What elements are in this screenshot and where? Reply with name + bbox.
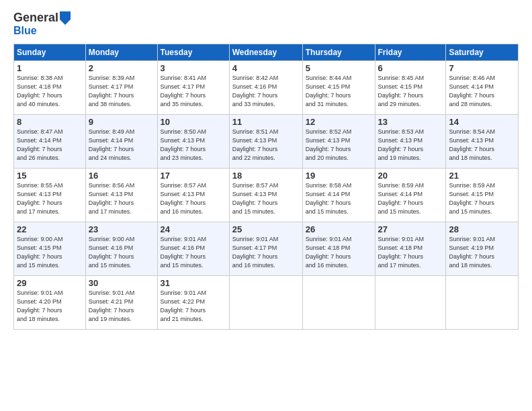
day-number: 30: [89, 278, 154, 288]
calendar-day-cell: 29Sunrise: 9:01 AMSunset: 4:20 PMDayligh…: [14, 276, 86, 330]
day-info: Sunrise: 9:01 AMSunset: 4:22 PMDaylight:…: [161, 289, 226, 324]
calendar-table: SundayMondayTuesdayWednesdayThursdayFrid…: [13, 44, 519, 330]
logo-blue: Blue: [13, 25, 37, 37]
day-number: 17: [161, 171, 226, 181]
calendar-day-cell: 22Sunrise: 9:00 AMSunset: 4:15 PMDayligh…: [14, 222, 86, 276]
day-info: Sunrise: 8:54 AMSunset: 4:13 PMDaylight:…: [449, 128, 515, 163]
weekday-header-cell: Tuesday: [157, 44, 229, 61]
day-info: Sunrise: 8:41 AMSunset: 4:17 PMDaylight:…: [161, 74, 226, 109]
calendar-day-cell: 19Sunrise: 8:58 AMSunset: 4:14 PMDayligh…: [302, 169, 375, 222]
calendar-day-cell: [375, 276, 446, 330]
day-number: 28: [449, 224, 515, 234]
day-number: 25: [232, 224, 300, 234]
day-info: Sunrise: 9:00 AMSunset: 4:15 PMDaylight:…: [17, 235, 83, 270]
calendar-day-cell: 25Sunrise: 9:01 AMSunset: 4:17 PMDayligh…: [229, 222, 302, 276]
weekday-header-cell: Wednesday: [229, 44, 302, 61]
day-number: 6: [378, 63, 443, 73]
day-number: 2: [89, 63, 154, 73]
calendar-day-cell: 24Sunrise: 9:01 AMSunset: 4:16 PMDayligh…: [157, 222, 229, 276]
calendar-day-cell: 30Sunrise: 9:01 AMSunset: 4:21 PMDayligh…: [85, 276, 157, 330]
day-number: 18: [232, 171, 300, 181]
calendar-day-cell: 11Sunrise: 8:51 AMSunset: 4:13 PMDayligh…: [229, 115, 302, 169]
calendar-day-cell: 3Sunrise: 8:41 AMSunset: 4:17 PMDaylight…: [157, 61, 229, 115]
day-info: Sunrise: 8:57 AMSunset: 4:13 PMDaylight:…: [161, 181, 226, 216]
weekday-header-cell: Saturday: [446, 44, 519, 61]
day-number: 11: [232, 117, 300, 127]
calendar-week-row: 1Sunrise: 8:38 AMSunset: 4:18 PMDaylight…: [14, 61, 519, 115]
day-number: 8: [17, 117, 83, 127]
logo-general: General: [13, 11, 58, 25]
calendar-body: 1Sunrise: 8:38 AMSunset: 4:18 PMDaylight…: [14, 61, 519, 330]
day-info: Sunrise: 9:01 AMSunset: 4:20 PMDaylight:…: [17, 289, 83, 324]
day-info: Sunrise: 9:01 AMSunset: 4:19 PMDaylight:…: [449, 235, 515, 270]
calendar-day-cell: 21Sunrise: 8:59 AMSunset: 4:15 PMDayligh…: [446, 169, 519, 222]
calendar-day-cell: 16Sunrise: 8:56 AMSunset: 4:13 PMDayligh…: [85, 169, 157, 222]
weekday-header-row: SundayMondayTuesdayWednesdayThursdayFrid…: [14, 44, 519, 61]
day-number: 12: [306, 117, 372, 127]
day-info: Sunrise: 8:57 AMSunset: 4:13 PMDaylight:…: [232, 181, 300, 216]
day-info: Sunrise: 8:53 AMSunset: 4:13 PMDaylight:…: [378, 128, 443, 163]
day-info: Sunrise: 8:59 AMSunset: 4:14 PMDaylight:…: [378, 181, 443, 216]
day-number: 22: [17, 224, 83, 234]
calendar-day-cell: 14Sunrise: 8:54 AMSunset: 4:13 PMDayligh…: [446, 115, 519, 169]
day-number: 9: [89, 117, 154, 127]
day-info: Sunrise: 8:50 AMSunset: 4:13 PMDaylight:…: [161, 128, 226, 163]
calendar-day-cell: 15Sunrise: 8:55 AMSunset: 4:13 PMDayligh…: [14, 169, 86, 222]
calendar-day-cell: 28Sunrise: 9:01 AMSunset: 4:19 PMDayligh…: [446, 222, 519, 276]
day-number: 27: [378, 224, 443, 234]
day-number: 5: [306, 63, 372, 73]
calendar-week-row: 22Sunrise: 9:00 AMSunset: 4:15 PMDayligh…: [14, 222, 519, 276]
weekday-header-cell: Sunday: [14, 44, 86, 61]
day-info: Sunrise: 8:49 AMSunset: 4:14 PMDaylight:…: [89, 128, 154, 163]
day-number: 15: [17, 171, 83, 181]
calendar-day-cell: 9Sunrise: 8:49 AMSunset: 4:14 PMDaylight…: [85, 115, 157, 169]
calendar-day-cell: 6Sunrise: 8:45 AMSunset: 4:15 PMDaylight…: [375, 61, 446, 115]
day-info: Sunrise: 9:01 AMSunset: 4:21 PMDaylight:…: [89, 289, 154, 324]
day-info: Sunrise: 8:45 AMSunset: 4:15 PMDaylight:…: [378, 74, 443, 109]
day-info: Sunrise: 8:42 AMSunset: 4:16 PMDaylight:…: [232, 74, 300, 109]
day-number: 26: [306, 224, 372, 234]
calendar-week-row: 8Sunrise: 8:47 AMSunset: 4:14 PMDaylight…: [14, 115, 519, 169]
day-number: 29: [17, 278, 83, 288]
day-info: Sunrise: 8:44 AMSunset: 4:15 PMDaylight:…: [306, 74, 372, 109]
calendar-day-cell: 31Sunrise: 9:01 AMSunset: 4:22 PMDayligh…: [157, 276, 229, 330]
day-number: 21: [449, 171, 515, 181]
day-info: Sunrise: 8:47 AMSunset: 4:14 PMDaylight:…: [17, 128, 83, 163]
day-info: Sunrise: 8:52 AMSunset: 4:13 PMDaylight:…: [306, 128, 372, 163]
calendar-day-cell: 8Sunrise: 8:47 AMSunset: 4:14 PMDaylight…: [14, 115, 86, 169]
weekday-header-cell: Friday: [375, 44, 446, 61]
day-number: 31: [161, 278, 226, 288]
day-number: 19: [306, 171, 372, 181]
day-number: 7: [449, 63, 515, 73]
day-info: Sunrise: 8:39 AMSunset: 4:17 PMDaylight:…: [89, 74, 154, 109]
day-info: Sunrise: 8:51 AMSunset: 4:13 PMDaylight:…: [232, 128, 300, 163]
svg-marker-0: [60, 11, 71, 25]
calendar-day-cell: 4Sunrise: 8:42 AMSunset: 4:16 PMDaylight…: [229, 61, 302, 115]
calendar-day-cell: 26Sunrise: 9:01 AMSunset: 4:18 PMDayligh…: [302, 222, 375, 276]
logo: General Blue: [13, 11, 71, 37]
calendar-page: General Blue SundayMondayTuesdayWednesda…: [0, 0, 532, 411]
calendar-day-cell: 13Sunrise: 8:53 AMSunset: 4:13 PMDayligh…: [375, 115, 446, 169]
day-number: 3: [161, 63, 226, 73]
day-info: Sunrise: 8:56 AMSunset: 4:13 PMDaylight:…: [89, 181, 154, 216]
logo-icon: [60, 11, 71, 25]
calendar-day-cell: 5Sunrise: 8:44 AMSunset: 4:15 PMDaylight…: [302, 61, 375, 115]
day-info: Sunrise: 8:46 AMSunset: 4:14 PMDaylight:…: [449, 74, 515, 109]
day-number: 24: [161, 224, 226, 234]
calendar-day-cell: 23Sunrise: 9:00 AMSunset: 4:16 PMDayligh…: [85, 222, 157, 276]
calendar-day-cell: [446, 276, 519, 330]
calendar-day-cell: [302, 276, 375, 330]
day-number: 1: [17, 63, 83, 73]
day-number: 14: [449, 117, 515, 127]
weekday-header-cell: Monday: [85, 44, 157, 61]
day-info: Sunrise: 9:01 AMSunset: 4:18 PMDaylight:…: [306, 235, 372, 270]
calendar-day-cell: 10Sunrise: 8:50 AMSunset: 4:13 PMDayligh…: [157, 115, 229, 169]
day-info: Sunrise: 9:01 AMSunset: 4:16 PMDaylight:…: [161, 235, 226, 270]
day-info: Sunrise: 8:38 AMSunset: 4:18 PMDaylight:…: [17, 74, 83, 109]
calendar-week-row: 29Sunrise: 9:01 AMSunset: 4:20 PMDayligh…: [14, 276, 519, 330]
day-info: Sunrise: 8:58 AMSunset: 4:14 PMDaylight:…: [306, 181, 372, 216]
day-info: Sunrise: 8:59 AMSunset: 4:15 PMDaylight:…: [449, 181, 515, 216]
day-number: 10: [161, 117, 226, 127]
day-number: 13: [378, 117, 443, 127]
day-number: 23: [89, 224, 154, 234]
